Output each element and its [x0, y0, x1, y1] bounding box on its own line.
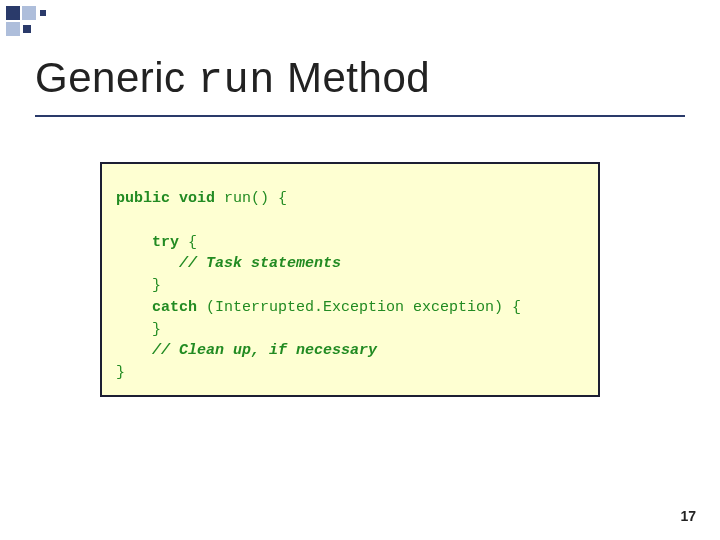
title-divider	[35, 115, 685, 117]
title-text-1: Generic	[35, 54, 198, 101]
slide: Generic run Method public void run() { t…	[0, 0, 720, 540]
code-l9: }	[116, 364, 125, 381]
slide-title: Generic run Method	[35, 54, 430, 105]
code-l7: }	[116, 321, 161, 338]
code-kw-catch: catch	[116, 299, 206, 316]
code-box: public void run() { try { // Task statem…	[100, 162, 600, 397]
code-l1-rest: run() {	[224, 190, 287, 207]
page-number: 17	[680, 508, 696, 524]
code-kw-public-void: public void	[116, 190, 224, 207]
code-kw-try: try	[116, 234, 188, 251]
title-mono: run	[198, 57, 275, 105]
code-l6-rest: (Interrupted.Exception exception) {	[206, 299, 521, 316]
code-comment-task: // Task statements	[116, 255, 341, 272]
code-l5: }	[116, 277, 161, 294]
code-block: public void run() { try { // Task statem…	[116, 188, 590, 384]
title-text-2: Method	[275, 54, 430, 101]
corner-decoration	[0, 0, 60, 42]
code-l3-rest: {	[188, 234, 197, 251]
code-blank	[116, 212, 125, 229]
code-comment-cleanup: // Clean up, if necessary	[116, 342, 377, 359]
